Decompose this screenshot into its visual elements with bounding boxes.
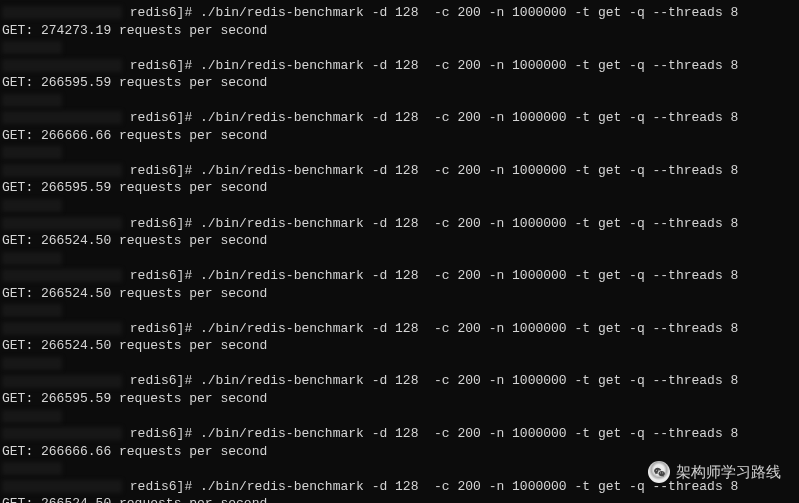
shell-prompt: redis6]# [122,163,200,178]
result-line: GET: 266524.50 requests per second [2,495,797,503]
redacted-hostname [2,269,122,282]
blank-line [2,302,797,320]
prompt-line: redis6]# ./bin/redis-benchmark -d 128 -c… [2,57,797,75]
shell-prompt: redis6]# [122,58,200,73]
redacted-hostname [2,59,122,72]
prompt-line: redis6]# ./bin/redis-benchmark -d 128 -c… [2,4,797,22]
result-line: GET: 274273.19 requests per second [2,22,797,40]
redacted-hostname [2,480,122,493]
command-text: ./bin/redis-benchmark -d 128 -c 200 -n 1… [200,58,738,73]
blank-line [2,39,797,57]
command-text: ./bin/redis-benchmark -d 128 -c 200 -n 1… [200,268,738,283]
blank-line [2,197,797,215]
shell-prompt: redis6]# [122,5,200,20]
redacted-smudge [2,199,62,212]
command-text: ./bin/redis-benchmark -d 128 -c 200 -n 1… [200,110,738,125]
prompt-line: redis6]# ./bin/redis-benchmark -d 128 -c… [2,372,797,390]
result-line: GET: 266524.50 requests per second [2,285,797,303]
shell-prompt: redis6]# [122,268,200,283]
blank-line [2,92,797,110]
shell-prompt: redis6]# [122,373,200,388]
redacted-hostname [2,6,122,19]
prompt-line: redis6]# ./bin/redis-benchmark -d 128 -c… [2,162,797,180]
shell-prompt: redis6]# [122,479,200,494]
watermark-text: 架构师学习路线 [676,462,781,482]
result-line: GET: 266524.50 requests per second [2,232,797,250]
command-text: ./bin/redis-benchmark -d 128 -c 200 -n 1… [200,5,738,20]
redacted-smudge [2,304,62,317]
result-line: GET: 266595.59 requests per second [2,179,797,197]
shell-prompt: redis6]# [122,321,200,336]
shell-prompt: redis6]# [122,216,200,231]
watermark: 架构师学习路线 [648,461,781,483]
redacted-hostname [2,427,122,440]
redacted-smudge [2,94,62,107]
result-line: GET: 266595.59 requests per second [2,74,797,92]
redacted-hostname [2,111,122,124]
redacted-smudge [2,252,62,265]
result-line: GET: 266595.59 requests per second [2,390,797,408]
blank-line [2,355,797,373]
redacted-hostname [2,164,122,177]
redacted-hostname [2,322,122,335]
prompt-line: redis6]# ./bin/redis-benchmark -d 128 -c… [2,215,797,233]
shell-prompt: redis6]# [122,426,200,441]
result-line: GET: 266666.66 requests per second [2,127,797,145]
command-text: ./bin/redis-benchmark -d 128 -c 200 -n 1… [200,373,738,388]
redacted-smudge [2,357,62,370]
redacted-smudge [2,410,62,423]
redacted-smudge [2,41,62,54]
command-text: ./bin/redis-benchmark -d 128 -c 200 -n 1… [200,426,738,441]
result-line: GET: 266524.50 requests per second [2,337,797,355]
command-text: ./bin/redis-benchmark -d 128 -c 200 -n 1… [200,216,738,231]
redacted-hostname [2,217,122,230]
terminal-output[interactable]: redis6]# ./bin/redis-benchmark -d 128 -c… [0,0,799,503]
wechat-icon [648,461,670,483]
result-line: GET: 266666.66 requests per second [2,443,797,461]
prompt-line: redis6]# ./bin/redis-benchmark -d 128 -c… [2,320,797,338]
redacted-hostname [2,375,122,388]
shell-prompt: redis6]# [122,110,200,125]
prompt-line: redis6]# ./bin/redis-benchmark -d 128 -c… [2,425,797,443]
blank-line [2,250,797,268]
prompt-line: redis6]# ./bin/redis-benchmark -d 128 -c… [2,109,797,127]
blank-line [2,408,797,426]
command-text: ./bin/redis-benchmark -d 128 -c 200 -n 1… [200,321,738,336]
prompt-line: redis6]# ./bin/redis-benchmark -d 128 -c… [2,267,797,285]
blank-line [2,144,797,162]
command-text: ./bin/redis-benchmark -d 128 -c 200 -n 1… [200,163,738,178]
redacted-smudge [2,146,62,159]
redacted-smudge [2,462,62,475]
